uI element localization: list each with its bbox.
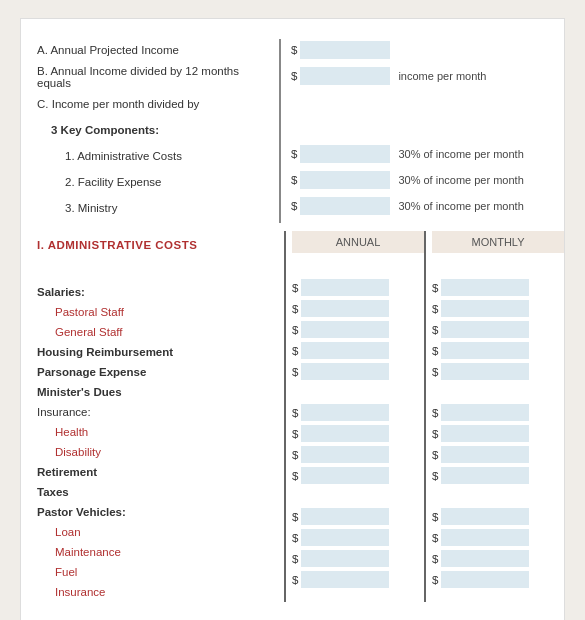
row-1: 1. Administrative Costs xyxy=(37,145,271,167)
row-taxes-label: Taxes xyxy=(37,482,278,502)
row-maintenance-label: Maintenance xyxy=(37,542,278,562)
monthly-disability: $ xyxy=(432,423,564,444)
annual-health: $ xyxy=(292,402,424,423)
row-b: B. Annual Income divided by 12 months eq… xyxy=(37,65,271,89)
annual-maintenance-input[interactable] xyxy=(301,529,389,546)
admin-row-loan: Loan xyxy=(37,522,278,542)
monthly-general: $ xyxy=(432,298,564,319)
row-loan-label: Loan xyxy=(37,522,278,542)
annual-insurance2: $ xyxy=(292,569,424,590)
admin-row-retirement: Retirement xyxy=(37,462,278,482)
annual-general-input[interactable] xyxy=(301,300,389,317)
row-parsonage-label: Parsonage Expense xyxy=(37,362,278,382)
row-2-input: $ 30% of income per month xyxy=(291,169,564,191)
monthly-health-input[interactable] xyxy=(441,404,529,421)
row-3key-label: 3 Key Components: xyxy=(37,124,271,136)
row-fuel-label: Fuel xyxy=(37,562,278,582)
monthly-health: $ xyxy=(432,402,564,423)
monthly-parsonage-input[interactable] xyxy=(441,342,529,359)
row-1-note: 30% of income per month xyxy=(398,148,523,160)
admin-row-ministers: Minister's Dues xyxy=(37,382,278,402)
row-b-label: B. Annual Income divided by 12 months eq… xyxy=(37,65,271,89)
admin-row-salaries: Salaries: xyxy=(37,282,278,302)
row-b-dollar: $ xyxy=(291,70,297,82)
top-inputs: $ $ income per month $ 30% of income per… xyxy=(281,39,564,223)
monthly-retirement: $ xyxy=(432,444,564,465)
monthly-ministers-input[interactable] xyxy=(441,363,529,380)
monthly-loan: $ xyxy=(432,506,564,527)
annual-general: $ xyxy=(292,298,424,319)
row-disability-label: Disability xyxy=(37,442,278,462)
row-salaries-label: Salaries: xyxy=(37,282,278,302)
annual-health-input[interactable] xyxy=(301,404,389,421)
annual-fuel-input[interactable] xyxy=(301,550,389,567)
admin-row-pastoral: Pastoral Staff xyxy=(37,302,278,322)
col-annual-header: ANNUAL xyxy=(292,231,424,253)
annual-disability: $ xyxy=(292,423,424,444)
monthly-taxes: $ xyxy=(432,465,564,486)
admin-row-insurance-header: Insurance: xyxy=(37,402,278,422)
monthly-parsonage: $ xyxy=(432,340,564,361)
top-labels: A. Annual Projected Income B. Annual Inc… xyxy=(21,39,281,223)
monthly-disability-input[interactable] xyxy=(441,425,529,442)
row-3key: 3 Key Components: xyxy=(37,119,271,141)
monthly-salaries-spacer xyxy=(432,257,564,277)
monthly-housing-input[interactable] xyxy=(441,321,529,338)
row-vehicles-header-label: Pastor Vehicles: xyxy=(37,502,278,522)
header-spacer xyxy=(37,255,278,282)
annual-retirement-input[interactable] xyxy=(301,446,389,463)
admin-section-title: I. Administrative Costs xyxy=(37,231,278,255)
monthly-insurance2-input[interactable] xyxy=(441,571,529,588)
row-b-input: $ income per month xyxy=(291,65,564,87)
row-b-input-box[interactable] xyxy=(300,67,390,85)
row-2-dollar: $ xyxy=(291,174,297,186)
monthly-taxes-input[interactable] xyxy=(441,467,529,484)
row-a: A. Annual Projected Income xyxy=(37,39,271,61)
row-ins2-label: Insurance xyxy=(37,582,278,602)
annual-loan-input[interactable] xyxy=(301,508,389,525)
row-general-label: General Staff xyxy=(37,322,278,342)
monthly-general-input[interactable] xyxy=(441,300,529,317)
row-a-input: $ xyxy=(291,39,564,61)
spacer xyxy=(21,223,564,231)
admin-row-general: General Staff xyxy=(37,322,278,342)
row-2-input-box[interactable] xyxy=(300,171,390,189)
monthly-pastoral-input[interactable] xyxy=(441,279,529,296)
annual-ministers-input[interactable] xyxy=(301,363,389,380)
row-1-dollar: $ xyxy=(291,148,297,160)
row-c: C. Income per month divided by xyxy=(37,93,271,115)
monthly-pastoral: $ xyxy=(432,277,564,298)
annual-insurance2-input[interactable] xyxy=(301,571,389,588)
monthly-retirement-input[interactable] xyxy=(441,446,529,463)
row-3-input-box[interactable] xyxy=(300,197,390,215)
row-1-input-box[interactable] xyxy=(300,145,390,163)
monthly-fuel-input[interactable] xyxy=(441,550,529,567)
top-section: A. Annual Projected Income B. Annual Inc… xyxy=(21,39,564,223)
annual-disability-input[interactable] xyxy=(301,425,389,442)
admin-labels-col: I. Administrative Costs Salaries: Pastor… xyxy=(21,231,286,602)
row-2-note: 30% of income per month xyxy=(398,174,523,186)
col-monthly-header: MONTHLY xyxy=(432,231,564,253)
monthly-insurance2: $ xyxy=(432,569,564,590)
monthly-maintenance-input[interactable] xyxy=(441,529,529,546)
annual-housing: $ xyxy=(292,319,424,340)
row-1-input: $ 30% of income per month xyxy=(291,143,564,165)
row-a-dollar: $ xyxy=(291,44,297,56)
annual-parsonage-input[interactable] xyxy=(301,342,389,359)
monthly-loan-input[interactable] xyxy=(441,508,529,525)
monthly-insurance-header-spacer xyxy=(432,382,564,402)
admin-annual-col: ANNUAL $ $ $ $ xyxy=(286,231,426,602)
row-health-label: Health xyxy=(37,422,278,442)
annual-housing-input[interactable] xyxy=(301,321,389,338)
annual-fuel: $ xyxy=(292,548,424,569)
row-a-input-box[interactable] xyxy=(300,41,390,59)
annual-taxes-input[interactable] xyxy=(301,467,389,484)
annual-pastoral-input[interactable] xyxy=(301,279,389,296)
monthly-vehicles-header-spacer xyxy=(432,486,564,506)
row-3: 3. Ministry xyxy=(37,197,271,219)
annual-loan: $ xyxy=(292,506,424,527)
annual-pastoral: $ xyxy=(292,277,424,298)
admin-row-disability: Disability xyxy=(37,442,278,462)
row-3key-input xyxy=(291,117,564,139)
row-3-dollar: $ xyxy=(291,200,297,212)
